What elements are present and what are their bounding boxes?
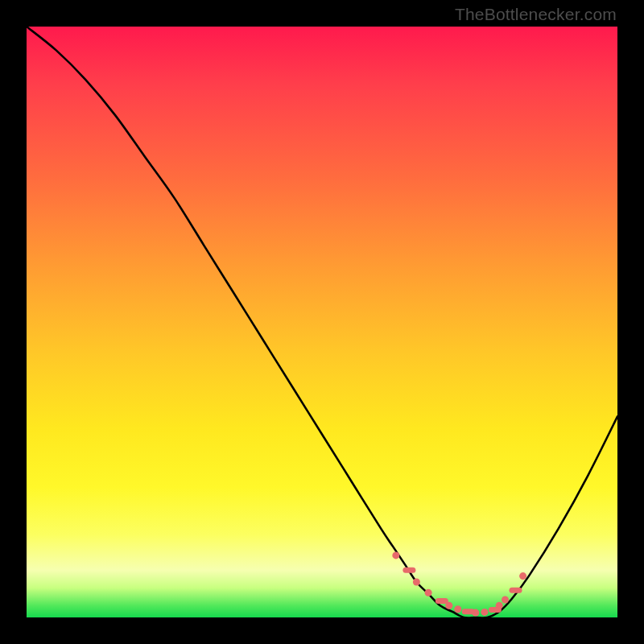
optimal-marker <box>454 605 461 613</box>
optimal-marker <box>445 602 452 609</box>
bottleneck-curve <box>27 27 617 618</box>
optimal-marker <box>510 588 522 593</box>
optimal-marker <box>425 589 432 597</box>
optimal-marker <box>472 609 479 617</box>
optimal-marker <box>413 579 420 586</box>
optimal-marker <box>402 568 415 573</box>
optimal-marker <box>392 551 399 559</box>
optimal-marker <box>502 597 509 604</box>
optimal-marker <box>519 572 526 580</box>
optimal-marker <box>481 609 488 616</box>
plot-area <box>27 27 617 617</box>
attribution-label: TheBottlenecker.com <box>455 5 617 24</box>
optimal-range-markers <box>392 551 526 616</box>
optimal-marker <box>436 598 448 604</box>
optimal-marker <box>496 602 503 609</box>
chart-frame: TheBottlenecker.com <box>0 0 644 644</box>
curve-svg <box>27 27 617 617</box>
